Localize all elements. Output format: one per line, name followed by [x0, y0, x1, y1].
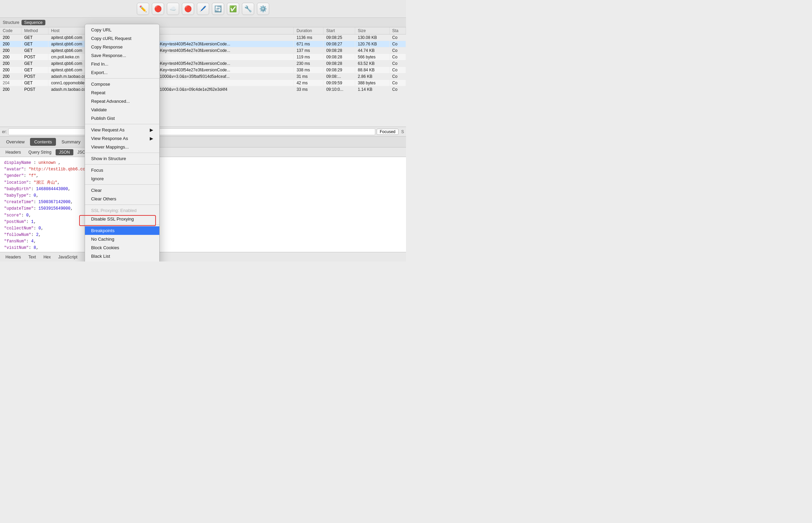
menu-copy-url[interactable]: Copy URL — [85, 26, 159, 34]
menu-separator — [85, 153, 159, 153]
menu-separator — [85, 204, 159, 205]
menu-save-response[interactable]: Save Response... — [85, 51, 159, 60]
menu-copy-response[interactable]: Copy Response — [85, 43, 159, 51]
menu-publish-gist[interactable]: Publish Gist — [85, 114, 159, 123]
menu-view-response-as[interactable]: View Response As ▶ — [85, 134, 159, 143]
menu-show-in-structure[interactable]: Show in Structure — [85, 154, 159, 163]
menu-find-in[interactable]: Find In... — [85, 60, 159, 68]
context-menu-overlay[interactable]: Copy URLCopy cURL RequestCopy ResponseSa… — [0, 0, 406, 262]
menu-separator — [85, 225, 159, 225]
menu-no-caching[interactable]: No Caching — [85, 235, 159, 243]
menu-compose[interactable]: Compose — [85, 80, 159, 88]
menu-disable-ssl[interactable]: Disable SSL Proxying — [85, 215, 159, 223]
menu-clear-others[interactable]: Clear Others — [85, 195, 159, 203]
menu-focus[interactable]: Focus — [85, 166, 159, 174]
menu-viewer-mappings[interactable]: Viewer Mappings... — [85, 143, 159, 151]
menu-ignore[interactable]: Ignore — [85, 174, 159, 183]
menu-separator — [85, 184, 159, 185]
menu-clear[interactable]: Clear — [85, 186, 159, 195]
menu-copy-curl[interactable]: Copy cURL Request — [85, 34, 159, 43]
menu-breakpoints[interactable]: Breakpoints — [85, 226, 159, 235]
menu-black-list[interactable]: Black List — [85, 252, 159, 260]
menu-ssl-proxying: SSL Proxying: Enabled — [85, 206, 159, 215]
menu-repeat[interactable]: Repeat — [85, 88, 159, 97]
menu-separator — [85, 78, 159, 79]
menu-repeat-advanced[interactable]: Repeat Advanced... — [85, 97, 159, 105]
context-menu: Copy URLCopy cURL RequestCopy ResponseSa… — [85, 24, 160, 262]
menu-white-list[interactable]: White List — [85, 260, 159, 262]
menu-block-cookies[interactable]: Block Cookies — [85, 243, 159, 252]
menu-export[interactable]: Export... — [85, 68, 159, 77]
menu-separator — [85, 164, 159, 165]
menu-view-request-as[interactable]: View Request As ▶ — [85, 126, 159, 134]
menu-separator — [85, 124, 159, 124]
menu-validate[interactable]: Validate — [85, 105, 159, 114]
